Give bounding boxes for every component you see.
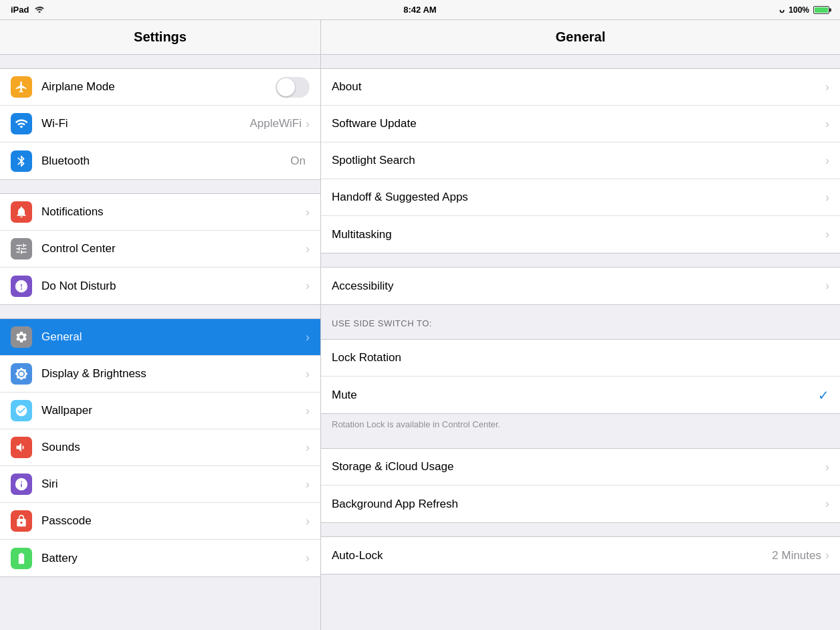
- do-not-disturb-icon: [11, 276, 32, 297]
- multitasking-item[interactable]: Multitasking ›: [321, 216, 840, 253]
- multitasking-label: Multitasking: [332, 228, 825, 241]
- lock-rotation-label: Lock Rotation: [332, 351, 829, 364]
- storage-icloud-item[interactable]: Storage & iCloud Usage ›: [321, 449, 840, 486]
- storage-chevron: ›: [825, 460, 829, 474]
- sidebar-item-wifi[interactable]: Wi-Fi AppleWiFi ›: [0, 106, 320, 142]
- sounds-label: Sounds: [41, 441, 306, 454]
- about-label: About: [332, 80, 825, 94]
- display-icon: [11, 363, 32, 385]
- wifi-value: AppleWiFi: [250, 117, 302, 130]
- sidebar-item-siri[interactable]: Siri ›: [0, 466, 320, 503]
- background-refresh-label: Background App Refresh: [332, 498, 825, 511]
- sidebar-item-bluetooth[interactable]: Bluetooth On: [0, 142, 320, 179]
- wallpaper-icon: [11, 400, 32, 421]
- mute-checkmark: ✓: [818, 387, 829, 403]
- sidebar-item-battery[interactable]: Battery ›: [0, 540, 320, 576]
- handoff-chevron: ›: [825, 191, 829, 205]
- wifi-icon: [11, 113, 32, 134]
- battery-label: Battery: [41, 552, 306, 565]
- spotlight-search-chevron: ›: [825, 154, 829, 168]
- sidebar-item-control-center[interactable]: Control Center ›: [0, 231, 320, 268]
- do-not-disturb-chevron: ›: [306, 279, 310, 293]
- sidebar-item-passcode[interactable]: Passcode ›: [0, 503, 320, 540]
- software-update-label: Software Update: [332, 117, 825, 130]
- about-item[interactable]: About ›: [321, 69, 840, 106]
- auto-lock-label: Auto-Lock: [332, 549, 772, 562]
- control-center-chevron: ›: [306, 242, 310, 256]
- spotlight-search-item[interactable]: Spotlight Search ›: [321, 142, 840, 179]
- mute-item[interactable]: Mute ✓: [321, 377, 840, 413]
- notifications-label: Notifications: [41, 205, 306, 219]
- handoff-item[interactable]: Handoff & Suggested Apps ›: [321, 179, 840, 216]
- auto-lock-value: 2 Minutes: [772, 549, 821, 562]
- connectivity-group: Airplane Mode Wi-Fi AppleWiFi › Bluet: [0, 68, 320, 180]
- sidebar-item-do-not-disturb[interactable]: Do Not Disturb ›: [0, 268, 320, 304]
- background-refresh-item[interactable]: Background App Refresh ›: [321, 486, 840, 522]
- mute-label: Mute: [332, 389, 818, 402]
- wifi-status-icon: [34, 5, 45, 15]
- sidebar-item-wallpaper[interactable]: Wallpaper ›: [0, 393, 320, 429]
- sidebar-item-sounds[interactable]: Sounds ›: [0, 429, 320, 466]
- about-chevron: ›: [825, 80, 829, 94]
- spotlight-search-label: Spotlight Search: [332, 154, 825, 167]
- sidebar: Settings Airplane Mode Wi-Fi AppleWi: [0, 20, 321, 630]
- airplane-mode-label: Airplane Mode: [41, 80, 276, 94]
- accessibility-label: Accessibility: [332, 280, 825, 293]
- sounds-icon: [11, 437, 32, 458]
- software-update-chevron: ›: [825, 117, 829, 131]
- general-icon: [11, 326, 32, 348]
- passcode-icon: [11, 510, 32, 532]
- battery-settings-icon: [11, 548, 32, 569]
- ipad-label: iPad: [11, 5, 29, 15]
- battery-percent: 100%: [789, 5, 809, 15]
- accessibility-item[interactable]: Accessibility ›: [321, 268, 840, 304]
- rotation-note: Rotation Lock is available in Control Ce…: [321, 414, 840, 435]
- general-label: General: [41, 330, 306, 344]
- status-bar: iPad 8:42 AM ᴗ 100%: [0, 0, 840, 20]
- bluetooth-settings-icon: [11, 150, 32, 172]
- airplane-mode-toggle[interactable]: [276, 77, 310, 98]
- bluetooth-value: On: [290, 154, 306, 168]
- bluetooth-label: Bluetooth: [41, 154, 290, 168]
- wifi-chevron: ›: [306, 117, 310, 131]
- right-panel-title: General: [321, 20, 840, 55]
- display-chevron: ›: [306, 367, 310, 381]
- do-not-disturb-label: Do Not Disturb: [41, 280, 306, 293]
- siri-icon: [11, 474, 32, 495]
- auto-lock-item[interactable]: Auto-Lock 2 Minutes ›: [321, 537, 840, 574]
- sidebar-item-airplane-mode[interactable]: Airplane Mode: [0, 69, 320, 106]
- storage-group: Storage & iCloud Usage › Background App …: [321, 448, 840, 523]
- sidebar-item-display-brightness[interactable]: Display & Brightness ›: [0, 356, 320, 393]
- siri-chevron: ›: [306, 478, 310, 492]
- right-panel: General About › Software Update › Spotli…: [321, 20, 840, 630]
- battery-chevron: ›: [306, 551, 310, 565]
- control-center-icon: [11, 238, 32, 259]
- wifi-label: Wi-Fi: [41, 117, 250, 130]
- control-center-label: Control Center: [41, 242, 306, 255]
- sounds-chevron: ›: [306, 441, 310, 455]
- preferences-group: General › Display & Brightness › Wallpap…: [0, 318, 320, 577]
- notifications-chevron: ›: [306, 205, 310, 219]
- background-refresh-chevron: ›: [825, 497, 829, 511]
- handoff-label: Handoff & Suggested Apps: [332, 191, 825, 204]
- display-brightness-label: Display & Brightness: [41, 367, 306, 381]
- airplane-icon: [11, 76, 32, 98]
- sidebar-item-notifications[interactable]: Notifications ›: [0, 194, 320, 231]
- system-group: Notifications › Control Center › Do Not …: [0, 193, 320, 305]
- side-switch-group: Lock Rotation Mute ✓: [321, 339, 840, 414]
- passcode-chevron: ›: [306, 514, 310, 528]
- sidebar-item-general[interactable]: General ›: [0, 319, 320, 356]
- info-group: About › Software Update › Spotlight Sear…: [321, 68, 840, 253]
- general-chevron: ›: [306, 330, 310, 344]
- siri-label: Siri: [41, 478, 306, 491]
- lock-rotation-item[interactable]: Lock Rotation: [321, 340, 840, 377]
- side-switch-label: USE SIDE SWITCH TO:: [321, 312, 840, 332]
- software-update-item[interactable]: Software Update ›: [321, 106, 840, 142]
- accessibility-chevron: ›: [825, 279, 829, 293]
- side-switch-section: USE SIDE SWITCH TO: Lock Rotation Mute ✓…: [321, 312, 840, 435]
- sidebar-title: Settings: [0, 20, 320, 55]
- status-left: iPad: [11, 5, 45, 15]
- bluetooth-icon: ᴗ: [779, 5, 784, 15]
- status-right: ᴗ 100%: [779, 5, 829, 15]
- autolock-group: Auto-Lock 2 Minutes ›: [321, 536, 840, 574]
